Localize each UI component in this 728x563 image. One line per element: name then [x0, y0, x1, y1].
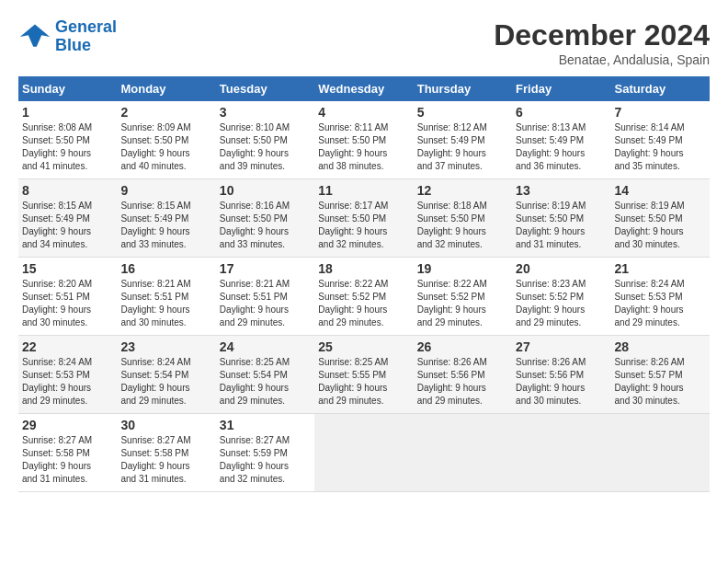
day-number: 7 [615, 105, 706, 120]
day-info: Sunrise: 8:10 AM Sunset: 5:50 PM Dayligh… [220, 121, 311, 173]
day-info: Sunrise: 8:26 AM Sunset: 5:56 PM Dayligh… [417, 356, 508, 408]
weekday-header-tuesday: Tuesday [216, 76, 314, 101]
day-number: 14 [615, 183, 706, 198]
title-block: December 2024 Benatae, Andalusia, Spain [494, 18, 710, 67]
calendar-day-31: 31Sunrise: 8:27 AM Sunset: 5:59 PM Dayli… [216, 414, 314, 492]
day-info: Sunrise: 8:20 AM Sunset: 5:51 PM Dayligh… [22, 278, 113, 329]
calendar-day-28: 28Sunrise: 8:26 AM Sunset: 5:57 PM Dayli… [611, 336, 710, 414]
calendar-day-15: 15Sunrise: 8:20 AM Sunset: 5:51 PM Dayli… [18, 258, 117, 336]
calendar-day-22: 22Sunrise: 8:24 AM Sunset: 5:53 PM Dayli… [18, 336, 117, 414]
day-info: Sunrise: 8:14 AM Sunset: 5:49 PM Dayligh… [615, 121, 706, 173]
weekday-header-wednesday: Wednesday [314, 76, 413, 101]
day-info: Sunrise: 8:27 AM Sunset: 5:58 PM Dayligh… [22, 434, 113, 486]
calendar-day-empty [414, 414, 512, 492]
day-info: Sunrise: 8:08 AM Sunset: 5:50 PM Dayligh… [22, 121, 113, 173]
calendar-day-2: 2Sunrise: 8:09 AM Sunset: 5:50 PM Daylig… [117, 101, 215, 179]
calendar-day-23: 23Sunrise: 8:24 AM Sunset: 5:54 PM Dayli… [117, 336, 215, 414]
day-info: Sunrise: 8:21 AM Sunset: 5:51 PM Dayligh… [220, 278, 311, 329]
day-info: Sunrise: 8:24 AM Sunset: 5:53 PM Dayligh… [615, 278, 706, 329]
day-number: 22 [22, 339, 113, 354]
calendar-day-26: 26Sunrise: 8:26 AM Sunset: 5:56 PM Dayli… [414, 336, 512, 414]
calendar-day-17: 17Sunrise: 8:21 AM Sunset: 5:51 PM Dayli… [216, 258, 314, 336]
calendar-day-3: 3Sunrise: 8:10 AM Sunset: 5:50 PM Daylig… [216, 101, 314, 179]
day-info: Sunrise: 8:22 AM Sunset: 5:52 PM Dayligh… [318, 278, 409, 329]
calendar-day-12: 12Sunrise: 8:18 AM Sunset: 5:50 PM Dayli… [414, 179, 512, 258]
day-info: Sunrise: 8:19 AM Sunset: 5:50 PM Dayligh… [516, 200, 607, 251]
day-number: 17 [220, 261, 311, 276]
calendar-day-14: 14Sunrise: 8:19 AM Sunset: 5:50 PM Dayli… [611, 179, 710, 258]
calendar-day-1: 1Sunrise: 8:08 AM Sunset: 5:50 PM Daylig… [18, 101, 117, 179]
day-number: 1 [22, 105, 113, 120]
day-info: Sunrise: 8:23 AM Sunset: 5:52 PM Dayligh… [516, 278, 607, 329]
calendar-day-29: 29Sunrise: 8:27 AM Sunset: 5:58 PM Dayli… [18, 414, 117, 492]
day-info: Sunrise: 8:15 AM Sunset: 5:49 PM Dayligh… [22, 200, 113, 251]
day-info: Sunrise: 8:24 AM Sunset: 5:53 PM Dayligh… [22, 356, 113, 408]
day-info: Sunrise: 8:18 AM Sunset: 5:50 PM Dayligh… [417, 200, 508, 251]
weekday-header-monday: Monday [117, 76, 215, 101]
calendar-day-30: 30Sunrise: 8:27 AM Sunset: 5:58 PM Dayli… [117, 414, 215, 492]
calendar-day-21: 21Sunrise: 8:24 AM Sunset: 5:53 PM Dayli… [611, 258, 710, 336]
calendar-day-25: 25Sunrise: 8:25 AM Sunset: 5:55 PM Dayli… [314, 336, 413, 414]
day-info: Sunrise: 8:11 AM Sunset: 5:50 PM Dayligh… [318, 121, 409, 173]
logo: General Blue [18, 18, 117, 55]
calendar-day-13: 13Sunrise: 8:19 AM Sunset: 5:50 PM Dayli… [512, 179, 610, 258]
day-number: 24 [220, 339, 311, 354]
weekday-header-row: SundayMondayTuesdayWednesdayThursdayFrid… [18, 76, 710, 101]
day-number: 3 [220, 105, 311, 120]
day-number: 28 [615, 339, 706, 354]
calendar-week-row: 22Sunrise: 8:24 AM Sunset: 5:53 PM Dayli… [18, 336, 710, 414]
day-number: 16 [120, 261, 211, 276]
day-info: Sunrise: 8:09 AM Sunset: 5:50 PM Dayligh… [120, 121, 211, 173]
logo-text: General Blue [55, 18, 117, 55]
day-info: Sunrise: 8:13 AM Sunset: 5:49 PM Dayligh… [516, 121, 607, 173]
month-year-title: December 2024 [494, 18, 710, 52]
location-subtitle: Benatae, Andalusia, Spain [494, 52, 710, 67]
day-number: 13 [516, 183, 607, 198]
weekday-header-friday: Friday [512, 76, 610, 101]
day-info: Sunrise: 8:19 AM Sunset: 5:50 PM Dayligh… [615, 200, 706, 251]
day-number: 12 [417, 183, 508, 198]
day-info: Sunrise: 8:16 AM Sunset: 5:50 PM Dayligh… [220, 200, 311, 251]
day-info: Sunrise: 8:24 AM Sunset: 5:54 PM Dayligh… [120, 356, 211, 408]
calendar-day-6: 6Sunrise: 8:13 AM Sunset: 5:49 PM Daylig… [512, 101, 610, 179]
calendar-day-18: 18Sunrise: 8:22 AM Sunset: 5:52 PM Dayli… [314, 258, 413, 336]
day-number: 15 [22, 261, 113, 276]
day-number: 23 [120, 339, 211, 354]
day-number: 4 [318, 105, 409, 120]
day-number: 21 [615, 261, 706, 276]
day-info: Sunrise: 8:26 AM Sunset: 5:57 PM Dayligh… [615, 356, 706, 408]
day-number: 26 [417, 339, 508, 354]
calendar-day-9: 9Sunrise: 8:15 AM Sunset: 5:49 PM Daylig… [117, 179, 215, 258]
day-number: 19 [417, 261, 508, 276]
calendar-day-20: 20Sunrise: 8:23 AM Sunset: 5:52 PM Dayli… [512, 258, 610, 336]
day-info: Sunrise: 8:22 AM Sunset: 5:52 PM Dayligh… [417, 278, 508, 329]
day-info: Sunrise: 8:25 AM Sunset: 5:54 PM Dayligh… [220, 356, 311, 408]
day-number: 29 [22, 418, 113, 432]
day-number: 6 [516, 105, 607, 120]
day-number: 25 [318, 339, 409, 354]
calendar-week-row: 15Sunrise: 8:20 AM Sunset: 5:51 PM Dayli… [18, 258, 710, 336]
day-number: 27 [516, 339, 607, 354]
calendar-day-5: 5Sunrise: 8:12 AM Sunset: 5:49 PM Daylig… [414, 101, 512, 179]
calendar-day-empty [314, 414, 413, 492]
day-number: 11 [318, 183, 409, 198]
calendar-day-4: 4Sunrise: 8:11 AM Sunset: 5:50 PM Daylig… [314, 101, 413, 179]
weekday-header-thursday: Thursday [414, 76, 512, 101]
page-header: General Blue December 2024 Benatae, Anda… [18, 18, 710, 67]
weekday-header-saturday: Saturday [611, 76, 710, 101]
calendar-week-row: 8Sunrise: 8:15 AM Sunset: 5:49 PM Daylig… [18, 179, 710, 258]
day-info: Sunrise: 8:27 AM Sunset: 5:59 PM Dayligh… [220, 434, 311, 486]
day-number: 8 [22, 183, 113, 198]
calendar-day-24: 24Sunrise: 8:25 AM Sunset: 5:54 PM Dayli… [216, 336, 314, 414]
day-info: Sunrise: 8:17 AM Sunset: 5:50 PM Dayligh… [318, 200, 409, 251]
day-number: 18 [318, 261, 409, 276]
day-info: Sunrise: 8:25 AM Sunset: 5:55 PM Dayligh… [318, 356, 409, 408]
day-number: 10 [220, 183, 311, 198]
calendar-day-empty [512, 414, 610, 492]
calendar-week-row: 1Sunrise: 8:08 AM Sunset: 5:50 PM Daylig… [18, 101, 710, 179]
calendar-day-19: 19Sunrise: 8:22 AM Sunset: 5:52 PM Dayli… [414, 258, 512, 336]
day-info: Sunrise: 8:15 AM Sunset: 5:49 PM Dayligh… [120, 200, 211, 251]
calendar-day-8: 8Sunrise: 8:15 AM Sunset: 5:49 PM Daylig… [18, 179, 117, 258]
day-info: Sunrise: 8:21 AM Sunset: 5:51 PM Dayligh… [120, 278, 211, 329]
weekday-header-sunday: Sunday [18, 76, 117, 101]
